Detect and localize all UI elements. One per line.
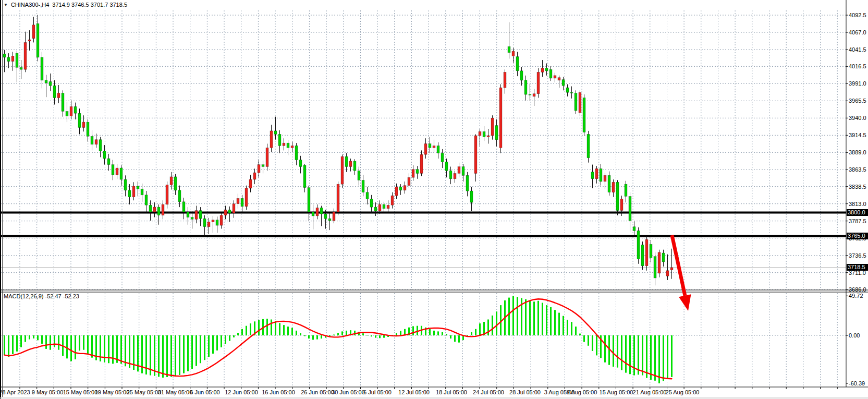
- price-tick-label: 3736.5: [849, 252, 866, 259]
- macd-histogram: [4, 296, 673, 383]
- date-label: 16 Jun 05:00: [262, 389, 295, 395]
- price-tick-label: 3965.5: [849, 98, 866, 104]
- price-tick-label: 3940.0: [849, 115, 866, 121]
- horizontal-gridlines: [1, 15, 846, 335]
- symbol-period-label: CHINA300-,H4: [11, 2, 49, 8]
- date-label: 9 May 05:00: [32, 389, 64, 395]
- date-label: 25 Aug 05:00: [666, 389, 700, 395]
- macd-indicator-label: MACD(12,26,9) -52.47 -52.23: [4, 293, 79, 299]
- ohlc-values-label: 3714.9 3746.5 3701.7 3718.5: [52, 2, 127, 8]
- date-label: 24 Jul 05:00: [473, 389, 504, 395]
- price-tick-label: 3813.0: [849, 201, 866, 207]
- symbol-titlebar: ▼CHINA300-,H43714.9 3746.5 3701.7 3718.5: [4, 2, 127, 8]
- price-tick-label: 4092.5: [849, 12, 866, 18]
- symbol-dropdown-icon[interactable]: ▼: [4, 3, 8, 7]
- date-label: 9 Aug 05:00: [567, 389, 597, 395]
- price-tick-label: 3787.5: [849, 218, 866, 224]
- current-price-badge: 3718.5: [847, 264, 868, 271]
- date-label: 25 May 05:00: [127, 389, 162, 395]
- chart-canvas[interactable]: [1, 0, 868, 399]
- date-label: 12 Jul 05:00: [398, 389, 430, 395]
- price-tick-label: 3686.0: [849, 286, 866, 293]
- date-label: 18 Jul 05:00: [436, 389, 467, 395]
- horizontal-level-lines[interactable]: [1, 213, 846, 236]
- chart-window: ▼CHINA300-,H43714.9 3746.5 3701.7 3718.5…: [0, 0, 868, 399]
- date-label: 21 Aug 05:00: [633, 389, 667, 395]
- price-level-badge: 3800.0: [847, 209, 868, 216]
- date-label: 15 May 05:00: [63, 389, 98, 395]
- macd-tick-label: 49.72: [849, 293, 863, 299]
- date-label: 6 Jul 05:00: [363, 389, 392, 395]
- trend-arrow-annotation[interactable]: [672, 235, 691, 311]
- price-tick-label: 3914.5: [849, 132, 866, 138]
- date-label: 6 Jun 05:00: [190, 389, 220, 395]
- price-tick-label: 3991.0: [849, 80, 866, 87]
- date-label: 19 May 05:00: [95, 389, 130, 395]
- price-level-badge: 3765.0: [847, 233, 868, 239]
- panel-frame: [1, 0, 868, 399]
- price-tick-label: 3838.5: [849, 184, 866, 190]
- macd-axis[interactable]: 49.720.00-60.39: [846, 293, 868, 387]
- price-tick-label: 3863.5: [849, 166, 866, 173]
- date-label: 31 May 05:00: [158, 389, 193, 395]
- vertical-gridlines: [20, 10, 837, 387]
- date-label: 28 Apr 2023: [0, 389, 30, 395]
- price-tick-label: 3889.0: [849, 149, 866, 155]
- macd-tick-label: 0.00: [849, 332, 860, 338]
- date-label: 28 Jul 05:00: [509, 389, 541, 395]
- date-label: 26 Jun 05:00: [301, 389, 334, 395]
- price-tick-label: 4041.5: [849, 46, 866, 53]
- date-label: 12 Jun 05:00: [225, 389, 258, 395]
- macd-tick-label: -60.39: [849, 380, 865, 386]
- price-axis[interactable]: 4092.54067.04041.54016.53991.03965.53940…: [846, 0, 868, 293]
- price-tick-label: 4067.0: [849, 29, 866, 35]
- candlestick-series: [3, 15, 673, 285]
- date-label: 15 Aug 05:00: [600, 389, 633, 395]
- price-tick-label: 4016.5: [849, 63, 866, 69]
- date-label: 30 Jun 05:00: [332, 389, 365, 395]
- window-bottom-edge: [1, 397, 868, 399]
